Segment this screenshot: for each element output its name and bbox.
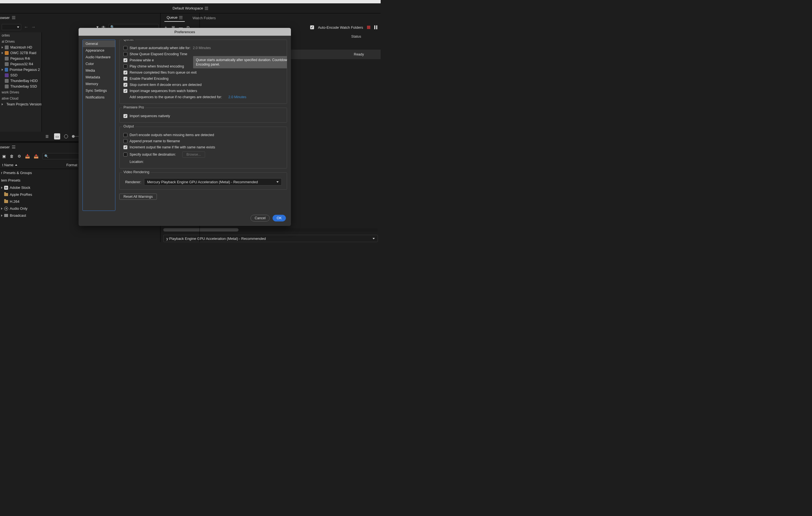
chevron-down-icon	[17, 27, 19, 28]
drive-item[interactable]: Promise Pegasus 2	[0, 67, 41, 73]
fieldset-output: Output Don't encode outputs when missing…	[119, 127, 287, 168]
right-tabs: Queue Watch Folders	[161, 13, 381, 22]
tree-group-favorites[interactable]: orites	[0, 32, 41, 38]
sidebar-item-general[interactable]: General	[83, 40, 115, 47]
tree-group-cloud[interactable]: ative Cloud	[0, 96, 41, 102]
cb-increment[interactable]	[123, 145, 127, 149]
export-button[interactable]: 📤	[34, 154, 38, 158]
cb-stop-decode[interactable]	[123, 83, 127, 87]
audio-icon	[4, 207, 8, 211]
sidebar-item-memory[interactable]: Memory	[83, 81, 115, 87]
cancel-button[interactable]: Cancel	[251, 215, 270, 221]
sidebar-item-color[interactable]: Color	[83, 60, 115, 67]
new-preset-button[interactable]: ▣	[2, 154, 6, 158]
chevron-down-icon	[277, 181, 279, 183]
fieldset-queue: Queue Queue starts automatically after s…	[119, 39, 287, 104]
ok-button[interactable]: OK	[272, 215, 286, 221]
drive-item[interactable]: OWC 32TB Raid	[0, 50, 41, 56]
import-button[interactable]: 📥	[25, 154, 30, 158]
settings-button[interactable]: ⚙	[18, 154, 21, 158]
expand-icon	[1, 187, 2, 189]
reset-warnings-button[interactable]: Reset All Warnings	[119, 194, 157, 200]
stop-queue-button[interactable]	[367, 26, 370, 29]
cb-start-idle[interactable]	[123, 46, 127, 50]
sidebar-item-sync-settings[interactable]: Sync Settings	[83, 87, 115, 94]
col-name[interactable]: t Name	[2, 163, 13, 167]
tree-group-network[interactable]: work Drives	[0, 89, 41, 96]
legend-premiere: Premiere Pro	[122, 105, 145, 109]
media-browser-tab[interactable]: owser	[0, 13, 160, 22]
drive-item[interactable]: SSD	[0, 73, 41, 78]
renderer-dropdown[interactable]: y Playback Engine GPU Acceleration (Meta…	[163, 235, 378, 242]
expand-icon	[1, 215, 2, 217]
expand-icon	[2, 69, 3, 71]
hamburger-icon[interactable]	[179, 16, 182, 19]
cb-import-native[interactable]	[123, 114, 127, 118]
broadcast-icon	[4, 214, 8, 217]
tab-watch-folders[interactable]: Watch Folders	[190, 14, 218, 22]
tree-group-local[interactable]: al Drives	[0, 38, 41, 45]
auto-encode-checkbox[interactable]	[310, 25, 314, 29]
folder-icon	[4, 193, 8, 196]
legend-queue: Queue	[122, 39, 135, 41]
sidebar-item-appearance[interactable]: Appearance	[83, 47, 115, 54]
cb-preview[interactable]	[123, 58, 127, 62]
add-seq-minutes-value[interactable]: 2.0 Minutes	[228, 95, 246, 99]
folder-icon	[4, 200, 8, 203]
disk-icon	[5, 68, 8, 72]
horizontal-scrollbar[interactable]	[163, 228, 378, 232]
drive-item[interactable]: Pegasus32 R4	[0, 61, 41, 67]
drive-item[interactable]: ThunderBay HDD	[0, 78, 41, 84]
cb-specify-dest[interactable]	[123, 153, 127, 157]
delete-preset-button[interactable]: 🗑	[10, 154, 13, 158]
sidebar-item-media[interactable]: Media	[83, 67, 115, 74]
fieldset-premiere: Premiere Pro Import sequences natively	[119, 108, 287, 123]
chevron-down-icon	[373, 238, 375, 239]
drive-item[interactable]: Macintosh HD	[0, 45, 41, 50]
fieldset-video-rendering: Video Rendering Renderer: Mercury Playba…	[119, 172, 287, 190]
tab-queue[interactable]: Queue	[165, 13, 185, 22]
idle-minutes-value[interactable]: 2.0 Minutes	[193, 46, 211, 50]
view-thumb-button[interactable]: ▭	[54, 133, 60, 139]
preferences-dialog: Preferences General Appearance Audio Har…	[79, 28, 291, 226]
legend-output: Output	[122, 125, 135, 128]
expand-icon	[2, 46, 3, 49]
queue-item-status: Ready	[354, 52, 378, 56]
preset-search-input[interactable]: 🔍	[42, 153, 81, 159]
cb-dont-encode[interactable]	[123, 133, 127, 137]
hamburger-icon[interactable]	[12, 145, 15, 148]
pause-queue-button[interactable]	[374, 25, 377, 29]
drive-tree: orites al Drives Macintosh HD OWC 32TB R…	[0, 32, 42, 132]
drive-item[interactable]: Pegasus R4i	[0, 56, 41, 61]
cb-append[interactable]	[123, 139, 127, 143]
sidebar-item-metadata[interactable]: Metadata	[83, 74, 115, 81]
search-icon: 🔍	[44, 154, 49, 158]
drive-item[interactable]: Team Projects Versions	[0, 102, 41, 107]
cb-parallel[interactable]	[123, 77, 127, 81]
auto-encode-label: Auto-Encode Watch Folders	[318, 25, 363, 30]
col-format[interactable]: Format	[66, 163, 78, 167]
view-list-button[interactable]: ☰	[44, 133, 50, 139]
cb-remove-completed[interactable]	[123, 71, 127, 75]
disk-icon	[5, 73, 9, 77]
path-dropdown[interactable]	[2, 24, 21, 30]
legend-video: Video Rendering	[122, 170, 150, 174]
cb-show-elapsed[interactable]	[123, 52, 127, 56]
renderer-label: Renderer:	[124, 180, 141, 184]
expand-icon	[2, 103, 3, 105]
zoom-reset-button[interactable]	[64, 134, 68, 138]
hamburger-icon[interactable]	[12, 16, 15, 19]
sidebar-item-notifications[interactable]: Notifications	[83, 94, 115, 101]
disk-icon	[5, 79, 9, 83]
workspace-switcher[interactable]: Default Workspace	[173, 6, 208, 10]
nav-back-button[interactable]: ←	[24, 25, 28, 30]
nav-forward-button[interactable]: →	[31, 25, 36, 30]
cb-chime[interactable]	[123, 64, 127, 68]
drive-item[interactable]: Thunderbay SSD	[0, 84, 41, 89]
disk-icon	[5, 46, 9, 49]
expand-icon	[2, 52, 3, 54]
cb-import-seq[interactable]	[123, 89, 127, 93]
browse-button[interactable]: Browse...	[182, 152, 205, 158]
renderer-select[interactable]: Mercury Playback Engine GPU Acceleration…	[144, 178, 282, 186]
sidebar-item-audio-hardware[interactable]: Audio Hardware	[83, 54, 115, 60]
